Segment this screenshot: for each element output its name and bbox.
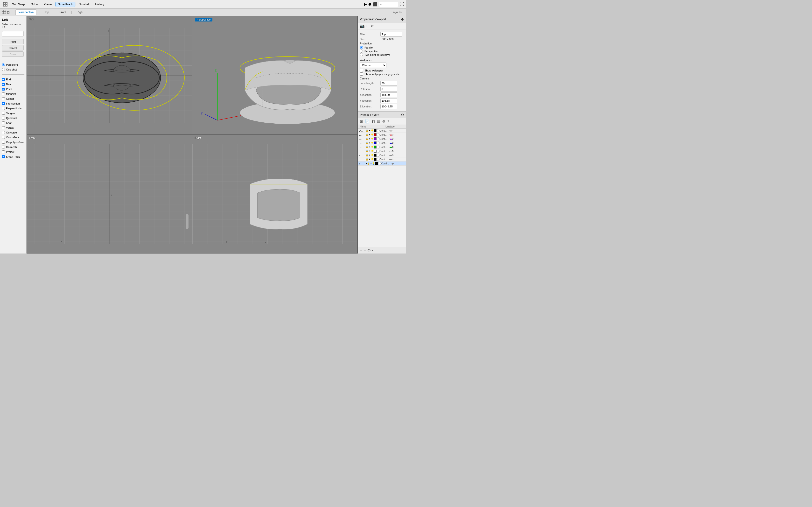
smarttrack-button[interactable]: SmartTrack bbox=[55, 2, 75, 7]
layer-lock-6[interactable]: 🔓 bbox=[366, 154, 368, 157]
layouts-button[interactable]: Layouts... bbox=[392, 11, 404, 14]
layer-lock-2[interactable]: 🔓 bbox=[366, 137, 368, 140]
show-wallpaper-gray-check[interactable]: Show wallpaper as gray scale bbox=[360, 72, 404, 75]
layer-lock-1[interactable]: 🔓 bbox=[366, 133, 368, 136]
layer-render-7[interactable]: 💡 bbox=[371, 158, 373, 161]
viewport-top[interactable]: Top x y bbox=[27, 16, 192, 135]
layer-vis-4[interactable]: ☀ bbox=[368, 146, 370, 148]
layer-vis-3[interactable]: ☀ bbox=[368, 142, 370, 144]
snap-end[interactable]: End bbox=[2, 78, 24, 81]
layer-row[interactable]: r... 🔓 ☀ 💡 Conti... ‹ ◆ C bbox=[358, 157, 406, 162]
snap-quadrant[interactable]: Quadrant bbox=[2, 117, 24, 119]
layer-color-2[interactable] bbox=[373, 137, 376, 140]
properties-gear-icon[interactable]: ⚙ bbox=[401, 17, 404, 21]
show-wallpaper-check[interactable]: Show wallpaper bbox=[360, 69, 404, 72]
snap-tangent[interactable]: Tangent bbox=[2, 112, 24, 115]
layer-circle-7[interactable] bbox=[377, 158, 379, 161]
layer-circle-8[interactable] bbox=[378, 162, 381, 165]
layer-vis-0[interactable]: ☀ bbox=[368, 129, 370, 132]
point-button[interactable]: Point bbox=[2, 39, 24, 44]
layer-vis-1[interactable]: ☀ bbox=[368, 133, 370, 136]
layer-row[interactable]: L... 🔓 ☀ 💡 Conti... ‹ ◆ C bbox=[358, 137, 406, 141]
stop-button[interactable]: ⬛ bbox=[373, 2, 377, 6]
layer-circle-0[interactable] bbox=[377, 129, 379, 132]
snap-onsurface[interactable]: On surface bbox=[2, 136, 24, 139]
layer-render-8[interactable]: 💡 bbox=[372, 162, 375, 165]
layer-row[interactable]: L... 🔓 ☀ 💡 Conti... ‹ ◇ C bbox=[358, 149, 406, 153]
layer-render-1[interactable]: 💡 bbox=[371, 133, 373, 136]
z-location-input[interactable] bbox=[380, 104, 397, 109]
camera-icon[interactable]: 📷 bbox=[360, 24, 365, 28]
snap-intersection[interactable]: Intersection bbox=[2, 102, 24, 105]
layer-lock-7[interactable]: 🔓 bbox=[366, 158, 368, 161]
layer-row[interactable]: s ● 🔓 ☀ 💡 Conti... ‹ ◆ C bbox=[358, 162, 406, 166]
layer-color-0[interactable] bbox=[373, 129, 376, 132]
layer-lock-3[interactable]: 🔓 bbox=[366, 142, 368, 144]
layer-circle-4[interactable] bbox=[377, 146, 379, 149]
layer-color-8[interactable] bbox=[375, 162, 378, 165]
layer-vis-7[interactable]: ☀ bbox=[368, 158, 370, 161]
layer-color-5[interactable] bbox=[373, 150, 376, 153]
layer-lock-4[interactable]: 🔓 bbox=[366, 146, 368, 148]
title-input[interactable] bbox=[380, 32, 402, 37]
snap-midpoint[interactable]: Midpoint bbox=[2, 93, 24, 95]
layers-file-icon[interactable]: 📄 bbox=[365, 119, 369, 124]
display-icon[interactable]: □ bbox=[367, 24, 369, 28]
tab-right[interactable]: Right bbox=[74, 10, 86, 15]
snap-near[interactable]: Near bbox=[2, 83, 24, 86]
snap-onpolysurface[interactable]: On polysurface bbox=[2, 141, 24, 144]
layer-circle-1[interactable] bbox=[377, 133, 379, 136]
twopt-radio[interactable]: Two point perspective bbox=[360, 53, 404, 56]
layers-add-button[interactable]: + bbox=[360, 248, 362, 252]
layer-row[interactable]: D... 🔓 ☀ 💡 Conti... ‹ ◆ C bbox=[358, 129, 406, 133]
layer-lock-5[interactable]: 🔓 bbox=[366, 150, 368, 152]
layer-render-6[interactable]: 💡 bbox=[371, 154, 373, 157]
layer-render-4[interactable]: 💡 bbox=[371, 146, 373, 148]
layer-color-1[interactable] bbox=[373, 133, 376, 136]
layer-lock-8[interactable]: 🔓 bbox=[367, 162, 370, 165]
settings-icon[interactable]: ⟳ bbox=[371, 24, 374, 28]
planar-button[interactable]: Planar bbox=[41, 2, 55, 7]
layer-render-2[interactable]: 💡 bbox=[371, 137, 373, 140]
lens-length-input[interactable] bbox=[380, 81, 397, 86]
parallel-radio[interactable]: Parallel bbox=[360, 46, 404, 49]
viewport-grid-icon[interactable] bbox=[2, 10, 6, 14]
snap-point[interactable]: Point bbox=[2, 88, 24, 91]
viewport-perspective[interactable]: Perspective Z x y bbox=[192, 16, 358, 135]
wallpaper-select[interactable]: Choose... bbox=[360, 62, 387, 68]
layer-row[interactable]: L... 🔓 ☀ 💡 Conti... ‹ ◆ C bbox=[358, 141, 406, 145]
viewport-single-icon[interactable]: □ bbox=[7, 10, 9, 14]
snap-project[interactable]: Project bbox=[2, 151, 24, 153]
viewport-right[interactable]: Right y z bbox=[192, 135, 358, 253]
layer-circle-3[interactable] bbox=[377, 142, 379, 145]
layer-vis-6[interactable]: ☀ bbox=[368, 154, 370, 157]
layer-row[interactable]: s... 🔓 ☀ 💡 Conti... ‹ ◆ C bbox=[358, 153, 406, 157]
layer-color-6[interactable] bbox=[373, 154, 376, 157]
snap-perpendicular[interactable]: Perpendicular bbox=[2, 107, 24, 110]
layer-render-0[interactable]: 💡 bbox=[371, 129, 373, 132]
layers-settings-icon[interactable]: ⚙ bbox=[382, 119, 385, 124]
layer-lock-0[interactable]: 🔓 bbox=[366, 129, 368, 132]
layers-cube-icon[interactable]: ◧ bbox=[371, 119, 375, 124]
oneshot-radio[interactable]: One shot bbox=[2, 68, 24, 71]
snap-vertex[interactable]: Vertex bbox=[2, 126, 24, 129]
grid-menu-icon[interactable] bbox=[2, 1, 9, 8]
play-button[interactable]: ▶ bbox=[364, 2, 367, 6]
layer-color-3[interactable] bbox=[373, 142, 376, 145]
persistent-radio[interactable]: Persistent bbox=[2, 63, 24, 66]
rotation-input[interactable] bbox=[380, 87, 397, 92]
snap-oncurve[interactable]: On curve bbox=[2, 131, 24, 134]
snap-center[interactable]: Center bbox=[2, 97, 24, 100]
done-button[interactable]: Done bbox=[2, 51, 24, 57]
layers-settings-button[interactable]: ⚙ bbox=[367, 248, 371, 252]
history-button[interactable]: History bbox=[93, 2, 107, 7]
loft-input[interactable] bbox=[2, 31, 24, 37]
layers-remove-button[interactable]: − bbox=[363, 248, 366, 252]
layer-render-3[interactable]: 💡 bbox=[371, 142, 373, 144]
snap-knot[interactable]: Knot bbox=[2, 121, 24, 124]
snap-smarttrack[interactable]: SmartTrack bbox=[2, 155, 24, 158]
tab-perspective[interactable]: Perspective bbox=[15, 9, 37, 15]
layers-dropdown-arrow[interactable]: ▾ bbox=[372, 249, 373, 251]
layers-gear-icon[interactable]: ⚙ bbox=[401, 113, 404, 117]
layer-vis-2[interactable]: ☀ bbox=[368, 137, 370, 140]
